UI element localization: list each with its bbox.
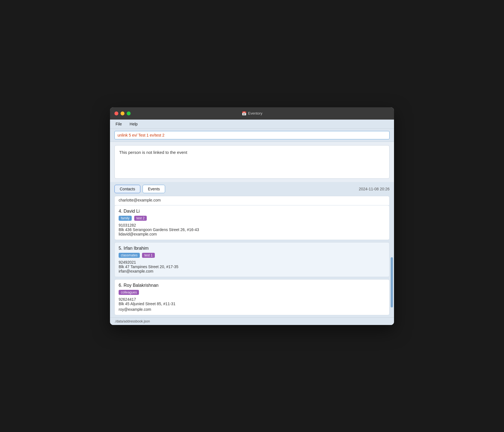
contact-card-roy: 6. Roy Balakrishnan colleagues 92624417 …	[114, 279, 390, 315]
toolbar: Contacts Events 2024-11-08 20:26	[110, 182, 394, 196]
contact-card-irfan: 5. Irfan Ibrahim classmates test 1 92492…	[114, 242, 390, 277]
timestamp: 2024-11-08 20:26	[359, 187, 390, 191]
contacts-list[interactable]: charlotte@example.com 4. David Li family…	[110, 196, 394, 317]
contact-name-david: 4. David Li	[119, 209, 385, 214]
help-menu[interactable]: Help	[129, 121, 139, 127]
maximize-button[interactable]	[127, 111, 131, 115]
tag-family: family	[119, 216, 132, 221]
contact-tags-david: family test 2	[119, 215, 385, 222]
app-title: Eventory	[248, 111, 262, 115]
contact-email-roy-partial: roy@example.com	[119, 307, 385, 312]
contact-phone-david: 91031282	[119, 223, 385, 227]
contact-tags-roy: colleagues	[119, 290, 385, 296]
partial-email-row: charlotte@example.com	[114, 196, 390, 205]
contact-phone-roy: 92624417	[119, 297, 385, 302]
title-bar: 📅 Eventory	[110, 107, 394, 120]
charlotte-email: charlotte@example.com	[119, 198, 161, 202]
contact-email-irfan: irfan@example.com	[119, 269, 385, 273]
traffic-lights	[114, 111, 131, 115]
scrollbar-track[interactable]	[391, 196, 393, 317]
contact-email-david: lidavid@example.com	[119, 232, 385, 236]
contact-address-david: Blk 436 Serangoon Gardens Street 26, #16…	[119, 227, 385, 232]
command-input[interactable]	[114, 131, 390, 139]
message-text: This person is not linked to the event	[119, 150, 187, 155]
tag-test1: test 1	[142, 253, 155, 258]
scrollbar-thumb[interactable]	[391, 257, 393, 307]
file-menu[interactable]: File	[114, 121, 123, 127]
events-tab[interactable]: Events	[143, 185, 165, 193]
contacts-tab[interactable]: Contacts	[114, 185, 140, 193]
message-box: This person is not linked to the event	[114, 145, 390, 179]
tag-test2: test 2	[134, 216, 147, 221]
menu-bar: File Help	[110, 120, 394, 129]
contact-address-roy: Blk 45 Aljunied Street 85, #11-31	[119, 302, 385, 306]
contact-name-roy: 6. Roy Balakrishnan	[119, 283, 385, 288]
status-path: ./data/addressbook.json	[114, 319, 150, 323]
tag-colleagues: colleagues	[119, 290, 139, 295]
app-icon: 📅	[242, 111, 246, 116]
contact-phone-irfan: 92492021	[119, 260, 385, 264]
status-bar: ./data/addressbook.json	[110, 317, 394, 325]
contact-name-irfan: 5. Irfan Ibrahim	[119, 246, 385, 251]
title-bar-center: 📅 Eventory	[242, 111, 262, 116]
close-button[interactable]	[114, 111, 118, 115]
app-window: 📅 Eventory File Help This person is not …	[110, 107, 394, 325]
minimize-button[interactable]	[121, 111, 124, 115]
toolbar-buttons: Contacts Events	[114, 185, 165, 193]
contact-tags-irfan: classmates test 1	[119, 253, 385, 259]
contact-card-david: 4. David Li family test 2 91031282 Blk 4…	[114, 205, 390, 240]
command-bar	[110, 129, 394, 142]
tag-classmates: classmates	[119, 253, 140, 258]
contact-address-irfan: Blk 47 Tampines Street 20, #17-35	[119, 264, 385, 269]
